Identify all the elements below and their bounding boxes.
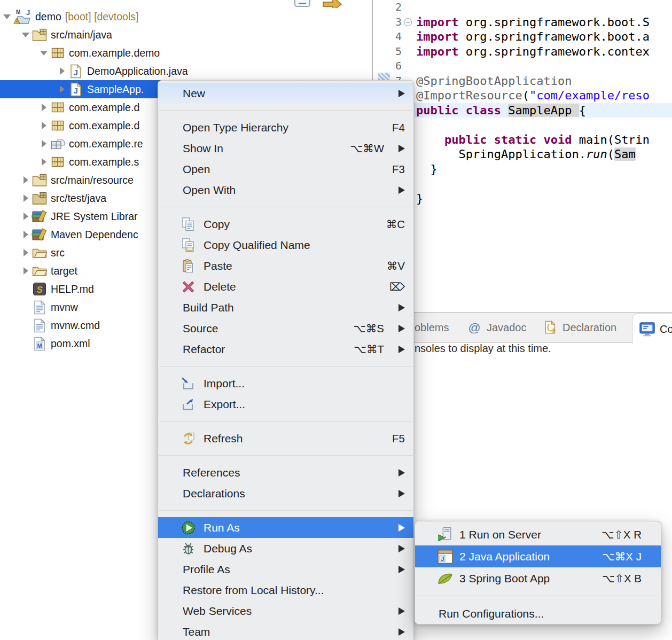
code-token: "com/example/reso bbox=[529, 89, 650, 102]
expander-icon[interactable] bbox=[38, 140, 49, 147]
tree-item-label: mvnw bbox=[51, 301, 78, 314]
collapse-all-icon[interactable] bbox=[293, 0, 313, 8]
menu-item-import[interactable]: Import... bbox=[158, 373, 413, 394]
menu-item-delete[interactable]: Delete⌦ bbox=[158, 276, 413, 297]
submenu-arrow-icon bbox=[398, 304, 405, 311]
code-token: SpringApplication. bbox=[416, 147, 586, 161]
menu-item-copy-qualified-name[interactable]: Copy Qualified Name bbox=[158, 235, 413, 255]
expander-icon[interactable] bbox=[20, 176, 31, 184]
code-line bbox=[373, 118, 672, 132]
menu-item-accelerator: ⌥⇧X R bbox=[601, 528, 642, 541]
menu-item-run-configurations[interactable]: Run Configurations... bbox=[415, 603, 661, 625]
code-token: import bbox=[416, 30, 458, 43]
expander-icon[interactable] bbox=[38, 104, 49, 111]
menu-item-references[interactable]: References bbox=[158, 462, 413, 483]
menu-item-accelerator: ⌘V bbox=[387, 260, 405, 272]
menu-item-refresh[interactable]: RefreshF5 bbox=[158, 428, 413, 449]
expander-icon[interactable] bbox=[20, 213, 31, 220]
menu-item-open-type-hierarchy[interactable]: Open Type HierarchyF4 bbox=[158, 117, 413, 138]
link-with-editor-icon[interactable] bbox=[322, 0, 344, 8]
code-editor[interactable]: import org.springframework.boot.Simport … bbox=[373, 0, 672, 312]
menu-item-source[interactable]: Source⌥⌘S bbox=[158, 318, 413, 339]
tree-item-label: demo bbox=[35, 11, 61, 23]
tree-item-label: src/main/resource bbox=[51, 174, 134, 186]
menu-item-label: Copy Qualified Name bbox=[204, 239, 310, 252]
tree-item-demoapplication-java[interactable]: JDemoApplication.java bbox=[0, 62, 372, 80]
menu-item-open[interactable]: OpenF3 bbox=[158, 159, 413, 179]
menu-item-web-services[interactable]: Web Services bbox=[158, 600, 413, 621]
expander-icon[interactable] bbox=[38, 122, 49, 129]
package-icon bbox=[49, 48, 66, 58]
tree-item-com-example-demo[interactable]: com.example.demo bbox=[0, 44, 372, 62]
menu-item-label: Declarations bbox=[183, 487, 245, 500]
expander-icon[interactable] bbox=[38, 158, 49, 166]
expander-icon[interactable] bbox=[20, 249, 31, 256]
library-icon bbox=[31, 209, 48, 223]
menu-item-label: Source bbox=[183, 322, 218, 335]
package-folder-icon bbox=[31, 28, 48, 42]
tree-item-demo[interactable]: MJdemo[boot] [devtools] bbox=[0, 7, 372, 26]
fold-collapse-icon[interactable] bbox=[404, 18, 412, 26]
code-line: @ImportResource("com/example/reso bbox=[373, 88, 672, 103]
submenu-arrow-icon bbox=[398, 325, 405, 332]
paste-icon bbox=[180, 259, 196, 273]
menu-separator bbox=[416, 596, 660, 596]
export-icon bbox=[180, 397, 196, 411]
menu-item-label: Run As bbox=[204, 521, 240, 534]
expander-icon[interactable] bbox=[38, 51, 49, 56]
package-folder-icon bbox=[31, 174, 48, 187]
tab-declaration[interactable]: {Declaration bbox=[543, 313, 616, 343]
menu-item-copy[interactable]: Copy⌘C bbox=[158, 214, 413, 235]
import-icon bbox=[180, 377, 196, 390]
expander-icon[interactable] bbox=[57, 85, 67, 93]
menu-item-debug-as[interactable]: Debug As bbox=[158, 538, 413, 559]
package-icon bbox=[49, 157, 66, 167]
expander-icon[interactable] bbox=[20, 231, 31, 238]
tab-javadoc[interactable]: @Javadoc bbox=[467, 313, 527, 343]
tree-item-label: src/test/java bbox=[51, 192, 106, 205]
tree-item-src-main-java[interactable]: src/main/java bbox=[0, 26, 372, 44]
menu-item-restore-from-local-history[interactable]: Restore from Local History... bbox=[158, 580, 413, 600]
code-token: import bbox=[416, 45, 458, 58]
folder-icon bbox=[31, 265, 48, 277]
code-line: public static void main(Strin bbox=[373, 132, 672, 147]
tab-console[interactable]: Co bbox=[632, 314, 672, 344]
menu-item-2-java-application[interactable]: J2 Java Application⌥⌘X J bbox=[415, 545, 661, 567]
menu-item-paste[interactable]: Paste⌘V bbox=[158, 255, 413, 276]
expander-icon[interactable] bbox=[20, 267, 31, 275]
tab-problems[interactable]: oblems bbox=[415, 313, 449, 343]
expander-icon[interactable] bbox=[2, 14, 12, 19]
menu-item-export[interactable]: Export... bbox=[158, 394, 413, 415]
menu-item-3-spring-boot-app[interactable]: 3 Spring Boot App⌥⇧X B bbox=[415, 567, 661, 589]
menu-item-accelerator: ⌥⌘S bbox=[353, 322, 384, 335]
menu-item-build-path[interactable]: Build Path bbox=[158, 297, 413, 318]
menu-item-run-as[interactable]: Run As bbox=[158, 517, 413, 538]
code-area: import org.springframework.boot.Simport … bbox=[373, 0, 672, 206]
spring-icon bbox=[437, 572, 453, 585]
server-icon bbox=[437, 527, 453, 542]
menu-separator bbox=[159, 207, 413, 207]
context-menu: NewOpen Type HierarchyF4Show In⌥⌘WOpenF3… bbox=[158, 80, 414, 640]
expander-icon[interactable] bbox=[20, 194, 31, 202]
code-token: @ImportResource bbox=[416, 89, 522, 102]
submenu-arrow-icon bbox=[398, 186, 405, 194]
menu-item-open-with[interactable]: Open With bbox=[158, 179, 413, 200]
code-line bbox=[373, 59, 672, 74]
code-token: import bbox=[416, 15, 458, 29]
menu-item-profile-as[interactable]: Profile As bbox=[158, 559, 413, 580]
submenu-arrow-icon bbox=[398, 469, 405, 477]
menu-item-show-in[interactable]: Show In⌥⌘W bbox=[158, 138, 413, 159]
menu-item-label: Web Services bbox=[183, 605, 252, 618]
menu-item-refactor[interactable]: Refactor⌥⌘T bbox=[158, 339, 413, 360]
menu-item-team[interactable]: Team bbox=[158, 621, 413, 640]
menu-item-accelerator: ⌥⌘T bbox=[354, 343, 384, 356]
menu-separator bbox=[159, 366, 413, 366]
menu-item-accelerator: F5 bbox=[392, 432, 405, 445]
expander-icon[interactable] bbox=[57, 67, 67, 75]
menu-item-label: Open bbox=[183, 163, 210, 176]
expander-icon[interactable] bbox=[20, 33, 31, 37]
menu-item-1-run-on-server[interactable]: 1 Run on Server⌥⇧X R bbox=[415, 524, 661, 545]
menu-item-new[interactable]: New bbox=[158, 83, 413, 104]
menu-item-declarations[interactable]: Declarations bbox=[158, 483, 413, 504]
tab-label: Javadoc bbox=[487, 322, 527, 334]
